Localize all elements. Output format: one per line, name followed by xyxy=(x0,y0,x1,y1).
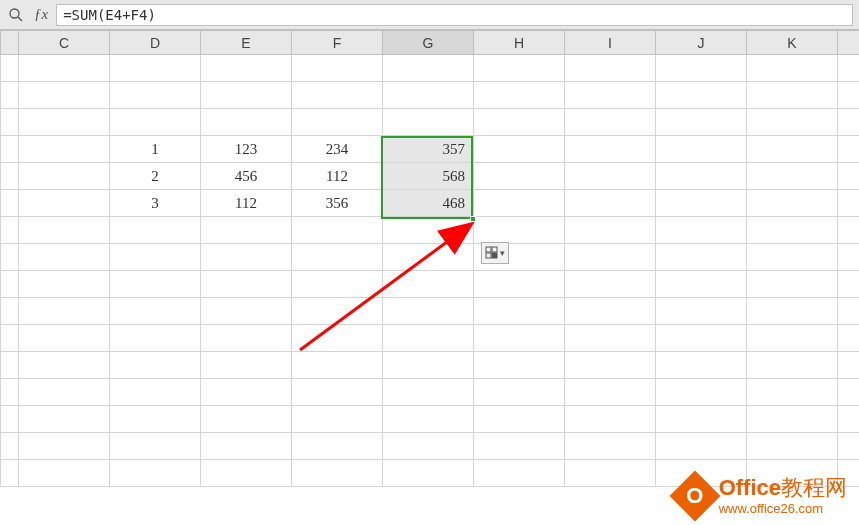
cell[interactable] xyxy=(565,406,656,433)
cell[interactable]: 456 xyxy=(201,163,292,190)
column-header[interactable]: K xyxy=(747,31,838,55)
cell[interactable] xyxy=(201,352,292,379)
cell[interactable] xyxy=(656,163,747,190)
column-header[interactable]: F xyxy=(292,31,383,55)
column-header[interactable]: G xyxy=(383,31,474,55)
fx-label[interactable]: ƒx xyxy=(34,6,48,23)
cell[interactable] xyxy=(474,352,565,379)
cell[interactable] xyxy=(201,217,292,244)
cell[interactable] xyxy=(656,433,747,460)
cell[interactable] xyxy=(565,217,656,244)
cell[interactable] xyxy=(474,271,565,298)
cell[interactable] xyxy=(656,136,747,163)
cell[interactable] xyxy=(383,406,474,433)
cell[interactable] xyxy=(19,136,110,163)
cell[interactable] xyxy=(201,298,292,325)
cell[interactable] xyxy=(110,460,201,487)
cell[interactable] xyxy=(292,433,383,460)
cell[interactable] xyxy=(201,82,292,109)
cell[interactable] xyxy=(110,352,201,379)
cell[interactable] xyxy=(474,298,565,325)
cell[interactable] xyxy=(292,325,383,352)
column-header[interactable]: E xyxy=(201,31,292,55)
zoom-icon[interactable] xyxy=(6,5,26,25)
cell[interactable] xyxy=(19,379,110,406)
cell[interactable] xyxy=(565,460,656,487)
column-header[interactable]: I xyxy=(565,31,656,55)
cell[interactable] xyxy=(19,109,110,136)
cell[interactable] xyxy=(747,352,838,379)
column-header[interactable] xyxy=(838,31,860,55)
cell[interactable] xyxy=(201,55,292,82)
column-header[interactable]: C xyxy=(19,31,110,55)
cell[interactable] xyxy=(292,379,383,406)
cell[interactable] xyxy=(292,217,383,244)
cell[interactable] xyxy=(565,379,656,406)
cell[interactable] xyxy=(656,379,747,406)
cell[interactable] xyxy=(747,271,838,298)
cell[interactable]: 356 xyxy=(292,190,383,217)
cell[interactable] xyxy=(110,244,201,271)
cell[interactable]: 123 xyxy=(201,136,292,163)
cell[interactable] xyxy=(747,136,838,163)
cell[interactable] xyxy=(747,433,838,460)
cell[interactable] xyxy=(201,109,292,136)
cell[interactable] xyxy=(383,460,474,487)
cell[interactable]: 112 xyxy=(292,163,383,190)
cell[interactable] xyxy=(565,244,656,271)
cell[interactable] xyxy=(747,217,838,244)
cell[interactable] xyxy=(110,379,201,406)
cell[interactable] xyxy=(292,352,383,379)
cell[interactable] xyxy=(474,55,565,82)
cell[interactable] xyxy=(110,406,201,433)
cell[interactable] xyxy=(110,109,201,136)
cell[interactable] xyxy=(201,433,292,460)
cell[interactable] xyxy=(383,109,474,136)
cell[interactable] xyxy=(201,325,292,352)
cell[interactable] xyxy=(110,298,201,325)
cell[interactable] xyxy=(565,325,656,352)
cell[interactable] xyxy=(747,163,838,190)
cell[interactable] xyxy=(383,271,474,298)
cell[interactable] xyxy=(383,55,474,82)
cell[interactable] xyxy=(292,298,383,325)
cell[interactable] xyxy=(19,406,110,433)
cell[interactable] xyxy=(747,55,838,82)
cell[interactable] xyxy=(19,82,110,109)
cell[interactable] xyxy=(110,271,201,298)
cell[interactable] xyxy=(474,460,565,487)
cell[interactable]: 468 xyxy=(383,190,474,217)
cell[interactable] xyxy=(474,379,565,406)
cell[interactable] xyxy=(565,433,656,460)
cell[interactable] xyxy=(565,82,656,109)
cell[interactable] xyxy=(474,433,565,460)
cell[interactable] xyxy=(110,433,201,460)
spreadsheet-grid[interactable]: C D E F G H I J K 1 123 234 357 xyxy=(0,30,859,487)
cell[interactable] xyxy=(19,55,110,82)
cell[interactable] xyxy=(565,298,656,325)
cell[interactable] xyxy=(292,244,383,271)
cell[interactable] xyxy=(474,325,565,352)
cell[interactable] xyxy=(747,82,838,109)
cell[interactable] xyxy=(292,82,383,109)
cell[interactable] xyxy=(19,298,110,325)
formula-input[interactable] xyxy=(56,4,853,26)
cell[interactable] xyxy=(292,406,383,433)
cell[interactable] xyxy=(383,217,474,244)
cell[interactable] xyxy=(110,217,201,244)
cell[interactable] xyxy=(19,190,110,217)
cell[interactable]: 1 xyxy=(110,136,201,163)
cell[interactable] xyxy=(19,217,110,244)
cell[interactable] xyxy=(474,406,565,433)
cell[interactable] xyxy=(292,109,383,136)
cell[interactable] xyxy=(201,460,292,487)
column-header[interactable]: J xyxy=(656,31,747,55)
column-header[interactable] xyxy=(1,31,19,55)
cell[interactable] xyxy=(19,352,110,379)
cell[interactable] xyxy=(656,271,747,298)
cell[interactable] xyxy=(19,271,110,298)
cell[interactable] xyxy=(201,379,292,406)
cell[interactable]: 2 xyxy=(110,163,201,190)
cell[interactable] xyxy=(747,109,838,136)
cell[interactable] xyxy=(201,406,292,433)
